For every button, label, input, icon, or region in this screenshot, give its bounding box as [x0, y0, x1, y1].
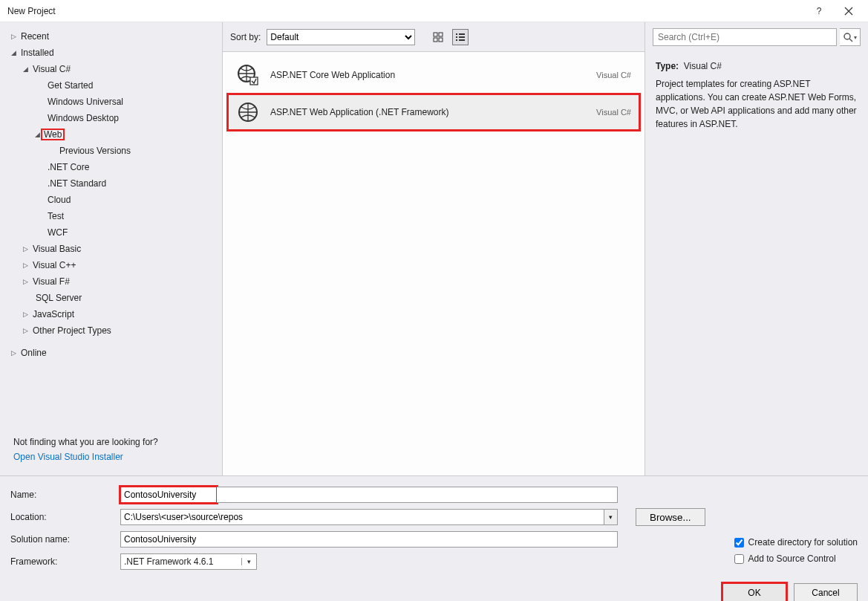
template-aspnet-framework[interactable]: ASP.NET Web Application (.NET Framework)…	[227, 94, 640, 131]
location-input[interactable]	[120, 509, 604, 525]
globe-icon	[236, 63, 260, 87]
help-button[interactable]: ?	[804, 1, 834, 22]
sort-by-label: Sort by:	[230, 32, 261, 42]
templates-toolbar: Sort by: Default	[223, 22, 645, 52]
tree-net-core[interactable]: .NET Core	[0, 159, 222, 175]
name-label: Name:	[10, 490, 120, 500]
search-bar: ▾	[645, 22, 868, 52]
solution-name-input[interactable]	[120, 531, 618, 548]
svg-rect-2	[434, 38, 437, 42]
create-dir-checkbox[interactable]: Create directory for solution	[734, 537, 858, 548]
description-text: Project templates for creating ASP.NET a…	[656, 77, 858, 131]
type-value: Visual C#	[684, 61, 722, 71]
template-lang: Visual C#	[596, 71, 631, 79]
tree-online[interactable]: ▷ Online	[0, 345, 222, 361]
tree-web[interactable]: ◢ Web	[0, 126, 222, 143]
search-button[interactable]: ▾	[840, 28, 861, 46]
tree-sql-server[interactable]: SQL Server	[0, 290, 222, 306]
chevron-right-icon: ▷	[21, 311, 30, 318]
chevron-down-icon: ◢	[21, 65, 30, 73]
framework-label: Framework:	[10, 556, 120, 567]
svg-rect-4	[456, 33, 457, 35]
open-installer-link[interactable]: Open Visual Studio Installer	[13, 452, 209, 462]
info-panel: ▾ Type: Visual C# Project templates for …	[645, 22, 868, 475]
location-dropdown[interactable]: ▾	[604, 509, 618, 525]
svg-rect-7	[459, 36, 465, 38]
chevron-right-icon: ▷	[9, 349, 18, 357]
tree-visual-fsharp[interactable]: ▷Visual F#	[0, 273, 222, 290]
globe-icon	[236, 100, 260, 124]
add-source-check[interactable]	[734, 554, 744, 564]
svg-rect-0	[434, 33, 437, 36]
chevron-right-icon: ▷	[21, 278, 30, 285]
svg-rect-8	[456, 39, 457, 41]
tree-net-standard[interactable]: .NET Standard	[0, 175, 222, 192]
tree-javascript[interactable]: ▷JavaScript	[0, 306, 222, 322]
sidebar: ▷ Recent ◢ Installed ◢ Visual C# Get Sta…	[0, 22, 223, 475]
tree-installed[interactable]: ◢ Installed	[0, 45, 222, 61]
tree-visual-csharp[interactable]: ◢ Visual C#	[0, 61, 222, 77]
sidebar-footer: Not finding what you are looking for? Op…	[0, 429, 222, 470]
bottom-form: Name: Location: ▾ Browse... Solution nam…	[0, 475, 868, 601]
template-lang: Visual C#	[596, 108, 631, 117]
tree-visual-cpp[interactable]: ▷Visual C++	[0, 257, 222, 273]
search-input[interactable]	[653, 28, 837, 46]
tree-previous-versions[interactable]: Previous Versions	[0, 143, 222, 159]
window-title: New Project	[7, 6, 56, 16]
chevron-right-icon: ▷	[21, 245, 30, 253]
tree-cloud[interactable]: Cloud	[0, 192, 222, 208]
add-source-control-checkbox[interactable]: Add to Source Control	[734, 553, 858, 564]
template-aspnet-core[interactable]: ASP.NET Core Web Application Visual C#	[227, 56, 640, 94]
svg-rect-9	[459, 39, 465, 41]
browse-button[interactable]: Browse...	[636, 508, 705, 526]
template-name: ASP.NET Web Application (.NET Framework)	[270, 107, 586, 117]
solution-name-label: Solution name:	[10, 534, 120, 545]
chevron-down-icon: ◢	[33, 131, 42, 138]
chevron-right-icon: ▷	[21, 261, 30, 269]
tree-wcf[interactable]: WCF	[0, 224, 222, 241]
cancel-button[interactable]: Cancel	[794, 583, 858, 601]
not-finding-text: Not finding what you are looking for?	[13, 437, 209, 447]
framework-select[interactable]: .NET Framework 4.6.1 ▾	[120, 553, 257, 570]
svg-line-14	[849, 39, 852, 42]
ok-button[interactable]: OK	[722, 583, 786, 601]
chevron-down-icon: ◢	[9, 49, 18, 56]
template-description: Type: Visual C# Project templates for cr…	[645, 52, 868, 138]
location-label: Location:	[10, 512, 120, 522]
main-area: ▷ Recent ◢ Installed ◢ Visual C# Get Sta…	[0, 22, 868, 475]
svg-rect-5	[459, 33, 465, 35]
view-medium-icons-button[interactable]	[430, 29, 446, 45]
sort-by-select[interactable]: Default	[267, 29, 415, 45]
name-input-ext[interactable]	[217, 487, 618, 503]
chevron-down-icon: ▾	[241, 558, 256, 565]
template-list: ASP.NET Core Web Application Visual C# A…	[223, 52, 645, 135]
tree-windows-desktop[interactable]: Windows Desktop	[0, 110, 222, 126]
svg-rect-6	[456, 36, 457, 38]
tree-windows-universal[interactable]: Windows Universal	[0, 94, 222, 110]
svg-rect-1	[439, 33, 443, 36]
project-tree: ▷ Recent ◢ Installed ◢ Visual C# Get Sta…	[0, 28, 222, 429]
view-list-button[interactable]	[452, 29, 469, 45]
titlebar: New Project ?	[0, 0, 868, 22]
chevron-right-icon: ▷	[21, 327, 30, 334]
svg-rect-3	[439, 38, 443, 42]
chevron-right-icon: ▷	[9, 33, 18, 40]
type-label: Type:	[656, 61, 679, 71]
name-input[interactable]	[120, 487, 217, 503]
create-dir-check[interactable]	[734, 538, 744, 548]
template-name: ASP.NET Core Web Application	[270, 70, 586, 80]
svg-point-13	[844, 33, 850, 39]
tree-get-started[interactable]: Get Started	[0, 77, 222, 94]
tree-test[interactable]: Test	[0, 208, 222, 224]
templates-panel: Sort by: Default ASP.NET Core Web Applic…	[223, 22, 645, 475]
tree-recent[interactable]: ▷ Recent	[0, 28, 222, 45]
close-button[interactable]	[834, 1, 864, 22]
tree-visual-basic[interactable]: ▷Visual Basic	[0, 241, 222, 257]
tree-other-types[interactable]: ▷Other Project Types	[0, 322, 222, 339]
